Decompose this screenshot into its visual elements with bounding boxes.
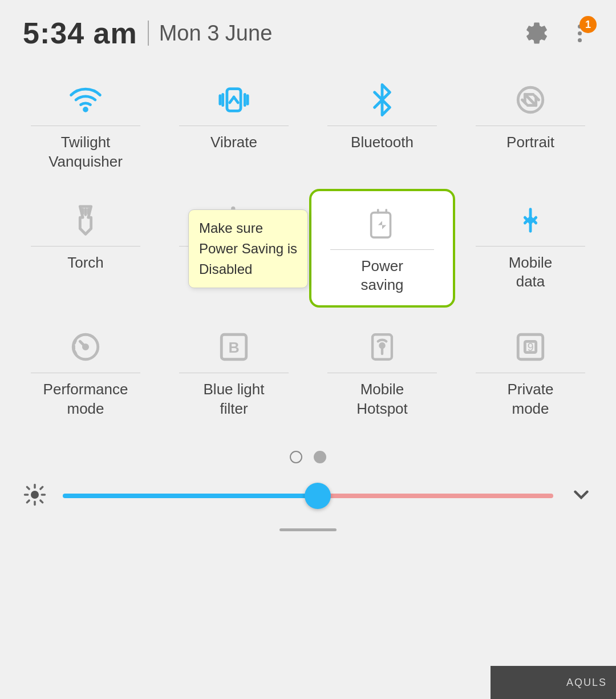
tile-divider	[31, 126, 140, 126]
tile-divider	[31, 373, 140, 373]
time-date-divider	[148, 21, 149, 46]
tile-divider	[31, 246, 140, 247]
time-display: 5:34 am	[23, 16, 137, 50]
tile-label-performance: Performancemode	[43, 380, 128, 419]
portrait-icon	[510, 80, 550, 120]
brightness-thumb[interactable]	[305, 483, 331, 509]
tile-divider	[476, 126, 585, 126]
header-actions: 1	[521, 18, 593, 49]
tile-bluetooth[interactable]: Bluetooth	[308, 67, 456, 182]
svg-point-18	[83, 345, 87, 349]
tile-label-portrait: Portrait	[506, 133, 554, 152]
tile-label-torch: Torch	[67, 253, 104, 273]
svg-line-33	[40, 500, 43, 503]
private-icon: 9	[510, 327, 550, 367]
tile-label-twilight: TwilightVanquisher	[48, 133, 123, 172]
brand-name: AQULS	[566, 677, 607, 689]
home-bar[interactable]	[0, 518, 616, 537]
tile-private-mode[interactable]: 9 Privatemode	[456, 314, 605, 429]
svg-text:B: B	[228, 339, 239, 356]
tile-label-mobile-data: Mobiledata	[509, 253, 553, 292]
tile-label-blue-light: Blue lightfilter	[204, 380, 265, 419]
brightness-control	[0, 471, 616, 518]
wifi-icon	[66, 80, 106, 120]
hotspot-icon	[362, 327, 402, 367]
performance-icon	[66, 327, 106, 367]
tile-label-bluetooth: Bluetooth	[351, 133, 414, 152]
pagination-indicator	[0, 435, 616, 471]
torch-icon	[66, 200, 106, 240]
brightness-icon	[23, 483, 47, 509]
tile-flight-mode[interactable]: Make surePower Saving isDisabled Flightm…	[160, 188, 308, 309]
battery-icon	[362, 204, 402, 244]
svg-point-27	[31, 491, 39, 499]
mobile-data-icon	[510, 200, 550, 240]
blue-light-icon: B	[214, 327, 254, 367]
tile-blue-light-filter[interactable]: B Blue lightfilter	[160, 314, 308, 429]
svg-line-35	[27, 500, 29, 503]
tile-label-hotspot: MobileHotspot	[356, 380, 408, 419]
gear-icon	[524, 20, 550, 46]
header-time: 5:34 am Mon 3 June	[23, 16, 272, 50]
svg-line-34	[40, 487, 43, 489]
page-dot-2[interactable]	[314, 451, 326, 463]
svg-line-7	[234, 97, 238, 103]
svg-line-32	[27, 487, 29, 489]
quick-settings-row1: TwilightVanquisher Vibrate Bluetooth	[0, 62, 616, 188]
tile-divider	[327, 126, 437, 126]
date-display: Mon 3 June	[159, 21, 273, 46]
page-dot-1[interactable]	[290, 451, 302, 463]
tile-power-saving[interactable]: Powersaving	[309, 189, 455, 308]
vibrate-icon	[214, 80, 254, 120]
quick-settings-row3: Performancemode B Blue lightfilter Mobil…	[0, 309, 616, 435]
tile-label-vibrate: Vibrate	[210, 133, 257, 152]
tile-twilight-vanquisher[interactable]: TwilightVanquisher	[11, 67, 160, 182]
tile-performance-mode[interactable]: Performancemode	[11, 314, 160, 429]
tile-mobile-data[interactable]: Mobiledata	[456, 188, 605, 309]
brightness-slider[interactable]	[63, 494, 553, 498]
tile-divider	[330, 249, 434, 250]
tile-mobile-hotspot[interactable]: MobileHotspot	[308, 314, 456, 429]
tile-torch[interactable]: Torch	[11, 188, 160, 309]
bluetooth-icon	[362, 80, 402, 120]
home-bar-indicator	[279, 528, 337, 531]
tile-divider	[476, 373, 585, 373]
svg-point-0	[84, 108, 87, 111]
svg-text:9: 9	[528, 341, 534, 353]
tile-vibrate[interactable]: Vibrate	[160, 67, 308, 182]
tile-divider	[476, 246, 585, 247]
header: 5:34 am Mon 3 June 1	[0, 0, 616, 62]
settings-button[interactable]	[521, 18, 552, 49]
collapse-button[interactable]	[569, 483, 593, 509]
svg-rect-1	[227, 89, 241, 111]
notifications-button[interactable]: 1	[566, 19, 593, 47]
tile-divider	[179, 373, 289, 373]
quick-settings-row2: Torch Make surePower Saving isDisabled F…	[0, 188, 616, 309]
tile-label-private: Privatemode	[508, 380, 554, 419]
tile-divider	[179, 126, 289, 126]
tooltip-power-saving: Make surePower Saving isDisabled	[188, 209, 308, 288]
tile-label-power-saving: Powersaving	[360, 257, 403, 296]
tile-portrait[interactable]: Portrait	[456, 67, 605, 182]
brand-watermark: AQULS	[491, 666, 616, 699]
tile-divider	[327, 373, 437, 373]
notification-badge: 1	[579, 16, 597, 33]
